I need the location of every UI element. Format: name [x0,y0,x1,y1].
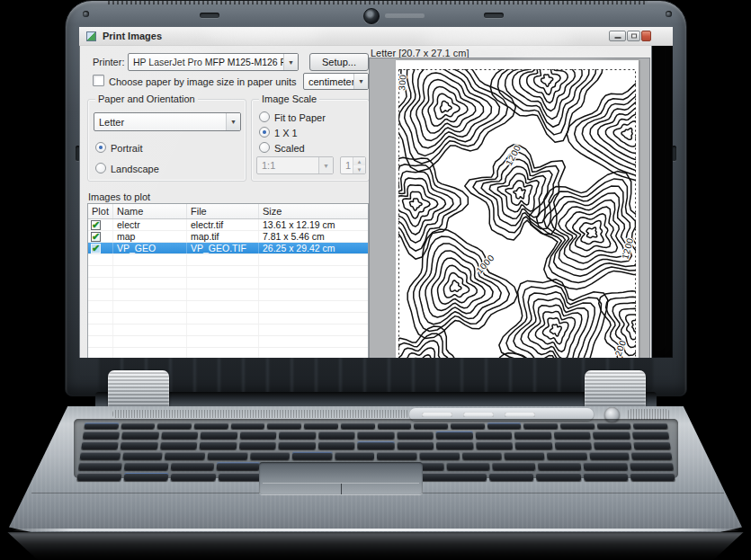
plot-checkbox-cell[interactable] [88,301,113,312]
images-table[interactable]: PlotNameFileSize electrelectr.tif13.61 x… [87,203,369,358]
speaker-grille [112,410,409,418]
table-row-empty[interactable] [88,313,368,324]
cell-file[interactable] [187,336,259,347]
cell-file[interactable]: electr.tif [187,219,259,230]
cell-file[interactable] [187,289,259,300]
cell-size[interactable] [259,254,368,265]
table-row-empty[interactable] [88,254,368,266]
cell-name[interactable] [113,336,187,347]
cell-size[interactable] [259,336,368,347]
paper-size-select[interactable]: Letter ▼ [94,112,241,131]
cell-file[interactable] [187,254,259,265]
cell-name[interactable] [113,301,187,312]
cell-name[interactable] [113,278,187,289]
cell-size[interactable] [259,266,368,277]
cell-file[interactable] [187,313,259,324]
keyboard-key [630,473,675,481]
column-header-name[interactable]: Name [113,204,187,218]
cell-file[interactable] [187,324,259,335]
portrait-radio[interactable] [95,142,106,153]
cell-size[interactable]: 26.25 x 29.42 cm [259,243,368,253]
table-header[interactable]: PlotNameFileSize [88,204,368,219]
fit-to-paper-radio[interactable] [259,111,270,122]
maximize-button[interactable] [627,31,640,41]
scaled-radio[interactable] [259,142,270,153]
unit-select[interactable]: centimeter ▼ [303,73,369,90]
cell-name[interactable] [113,324,187,335]
spinner-arrows[interactable]: ▲▼ [353,157,365,173]
scale-factor-spinner[interactable]: 1 ▲▼ [340,156,366,174]
table-row[interactable]: mapmap.tif7.81 x 5.46 cm [88,231,368,243]
plot-checkbox-cell[interactable] [88,243,113,253]
table-row-empty[interactable] [88,278,368,289]
plot-checkbox-cell[interactable] [88,289,113,300]
cell-file[interactable] [187,278,259,289]
plot-checkbox-cell[interactable] [88,336,113,347]
cell-size[interactable] [259,324,368,335]
plot-checkbox-cell[interactable] [88,266,113,277]
plot-checkbox[interactable] [91,220,101,230]
plot-checkbox-cell[interactable] [88,254,113,265]
table-row[interactable]: VP_GEOVP_GEO.TIF26.25 x 29.42 cm [88,243,368,254]
column-header-plot[interactable]: Plot [88,204,113,218]
keyboard-key [436,441,473,449]
table-row-empty[interactable] [88,301,368,313]
plot-checkbox-cell[interactable] [88,348,113,358]
cell-name[interactable] [113,289,187,300]
keyboard-key [335,452,374,460]
paper-by-image-size-checkbox[interactable] [93,75,104,86]
column-header-file[interactable]: File [187,204,259,218]
table-row-empty[interactable] [88,266,368,278]
table-row-empty[interactable] [88,324,368,336]
cell-size[interactable] [259,301,368,312]
cell-file[interactable] [187,266,259,277]
one-to-one-radio[interactable] [259,127,270,138]
table-row-empty[interactable] [88,348,368,358]
cell-size[interactable]: 13.61 x 12.19 cm [259,219,368,230]
keyboard-key [377,422,411,429]
scale-ratio-select[interactable]: 1:1 ▼ [256,156,334,174]
landscape-radio[interactable] [95,163,106,173]
table-row[interactable]: electrelectr.tif13.61 x 12.19 cm [88,219,368,231]
spin-down-icon[interactable]: ▼ [353,165,365,173]
column-header-size[interactable]: Size [259,204,368,218]
plot-checkbox-cell[interactable] [88,313,113,324]
keyboard-key [279,431,316,440]
cell-name[interactable]: electr [113,219,187,230]
table-row-empty[interactable] [88,289,368,301]
plot-checkbox-cell[interactable] [88,324,113,335]
cell-name[interactable] [113,348,187,358]
plot-checkbox-cell[interactable] [88,278,113,289]
keyboard-key [170,462,214,470]
paper-orientation-group: Paper and Orientation Letter ▼ Portrait … [87,99,246,182]
setup-button[interactable]: Setup... [309,53,369,71]
minimize-button[interactable] [609,31,626,41]
cell-file[interactable]: map.tif [187,231,259,242]
cell-name[interactable] [113,266,187,277]
printer-select[interactable]: HP LaserJet Pro MFP M125-M126 PCLmS ▼ [128,53,299,71]
cell-file[interactable]: VP_GEO.TIF [187,243,259,253]
cell-file[interactable] [187,348,259,358]
cell-name[interactable]: VP_GEO [113,243,187,253]
cell-name[interactable] [113,254,187,265]
keyboard-key [487,422,521,429]
keyboard-key [489,473,534,481]
keyboard-key [560,422,595,429]
plot-checkbox-cell[interactable] [88,219,113,230]
cell-name[interactable] [113,313,187,324]
spin-up-icon[interactable]: ▲ [353,157,365,165]
cell-size[interactable] [259,278,368,289]
cell-size[interactable] [259,289,368,300]
cell-size[interactable] [259,313,368,324]
dialog-titlebar[interactable]: Print Images [79,27,673,46]
plot-checkbox[interactable] [91,232,101,242]
cell-file[interactable] [187,301,259,312]
cell-name[interactable]: map [113,231,187,242]
close-button[interactable] [641,31,651,41]
cell-size[interactable] [259,348,368,358]
plot-checkbox[interactable] [91,244,101,253]
keyboard-key [631,452,672,460]
table-row-empty[interactable] [88,336,368,348]
plot-checkbox-cell[interactable] [88,231,113,242]
cell-size[interactable]: 7.81 x 5.46 cm [259,231,368,242]
